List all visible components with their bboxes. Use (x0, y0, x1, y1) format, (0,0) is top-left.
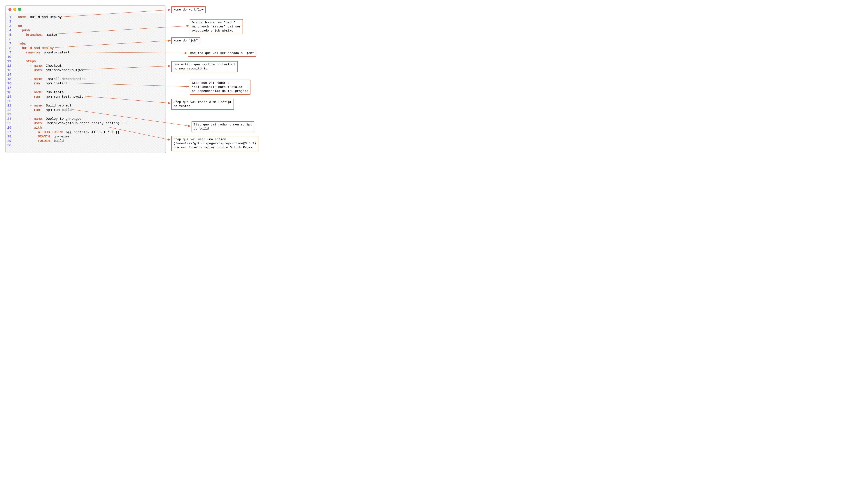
yaml-value: actions/checkout@v2 (44, 68, 84, 72)
line-number: 17 (6, 86, 14, 90)
indent (14, 59, 26, 64)
yaml-key: BRANCH: (38, 134, 52, 139)
code-line: 8 build-and-deploy (6, 46, 165, 50)
line-number: 4 (6, 28, 14, 33)
yaml-key: run: (34, 108, 42, 112)
annotation-workflow-name: Nome do workflow (171, 6, 206, 13)
yaml-key: - name: (30, 103, 44, 108)
code-window: 1 name: Build and Deploy23 on4 push5 bra… (5, 5, 166, 153)
indent (14, 139, 38, 143)
code-line: 28 BRANCH: gh-pages (6, 134, 165, 139)
code-line: 20 (6, 99, 165, 103)
code-line: 15 - name: Install dependencies (6, 77, 165, 81)
line-number: 14 (6, 72, 14, 77)
indent (14, 134, 38, 139)
yaml-key: jobs (18, 41, 26, 46)
indent (14, 108, 34, 112)
line-number: 16 (6, 81, 14, 86)
indent (14, 94, 34, 99)
yaml-key: uses: (34, 68, 44, 72)
yaml-key: with (34, 125, 42, 130)
indent (14, 15, 18, 19)
indent (14, 46, 22, 50)
code-line: 26 with (6, 125, 165, 130)
line-number: 7 (6, 41, 14, 46)
indent (14, 117, 30, 121)
close-icon[interactable] (8, 8, 11, 11)
yaml-key: name: (18, 15, 28, 19)
code-line: 14 (6, 72, 165, 77)
yaml-value: Install dependencies (44, 77, 86, 81)
annotation-checkout: Uma action que realiza o checkout no meu… (171, 61, 238, 72)
line-number: 1 (6, 15, 14, 19)
code-line: 3 on (6, 24, 165, 28)
line-number: 29 (6, 139, 14, 143)
line-number: 8 (6, 46, 14, 50)
line-number: 3 (6, 24, 14, 28)
code-body: 1 name: Build and Deploy23 on4 push5 bra… (6, 13, 165, 149)
line-number: 20 (6, 99, 14, 103)
code-line: 9 runs-on: ubuntu-latest (6, 50, 165, 55)
yaml-value: JamesIves/github-pages-deploy-action@3.5… (44, 121, 129, 125)
yaml-key: - name: (30, 77, 44, 81)
code-line: 24 - name: Deploy to gh-pages (6, 117, 165, 121)
indent (14, 81, 34, 86)
annotation-npm-install: Step que vai rodar o "npm install" para … (190, 80, 250, 95)
line-number: 12 (6, 64, 14, 68)
annotation-deploy: Step que vai usar uma action (JamesIves/… (171, 136, 258, 151)
yaml-value: Build project (44, 103, 72, 108)
yaml-key: FOLDER: (38, 139, 52, 143)
code-line: 19 run: npm run test:nowatch (6, 94, 165, 99)
yaml-key: build-and-deploy (22, 46, 54, 50)
code-line: 25 uses: JamesIves/github-pages-deploy-a… (6, 121, 165, 125)
indent (14, 121, 34, 125)
code-line: 30 (6, 143, 165, 148)
line-number: 28 (6, 134, 14, 139)
annotation-tests: Step que vai rodar o meu script de teste… (171, 99, 234, 110)
yaml-value: npm install (42, 81, 68, 86)
maximize-icon[interactable] (18, 8, 21, 11)
yaml-value: Checkout (44, 64, 62, 68)
line-number: 13 (6, 68, 14, 72)
code-line: 5 branches: master (6, 33, 165, 37)
yaml-key: - name: (30, 117, 44, 121)
annotation-job-name: Nome do "job" (171, 37, 200, 44)
line-number: 6 (6, 37, 14, 41)
code-line: 10 (6, 55, 165, 59)
annotation-runs-on: Máquina que vai ser rodado o "job" (188, 50, 256, 57)
line-number: 26 (6, 125, 14, 130)
indent (14, 68, 34, 72)
line-number: 10 (6, 55, 14, 59)
yaml-key: branches: (26, 33, 44, 37)
yaml-value: Run tests (44, 90, 64, 94)
yaml-key: push (22, 28, 30, 33)
yaml-value: npm run test:nowatch (42, 94, 86, 99)
line-number: 11 (6, 59, 14, 64)
indent (14, 24, 18, 28)
yaml-key: run: (34, 81, 42, 86)
line-number: 18 (6, 90, 14, 94)
window-titlebar (6, 6, 165, 13)
line-number: 25 (6, 121, 14, 125)
line-number: 27 (6, 130, 14, 134)
code-line: 13 uses: actions/checkout@v2 (6, 68, 165, 72)
code-line: 23 (6, 112, 165, 117)
code-line: 18 - name: Run tests (6, 90, 165, 94)
indent (14, 41, 18, 46)
diagram-container: 1 name: Build and Deploy23 on4 push5 bra… (4, 4, 274, 157)
yaml-value: Deploy to gh-pages (44, 117, 82, 121)
annotation-on-push: Quando houver um "psuh" na branch "maste… (190, 19, 243, 34)
minimize-icon[interactable] (13, 8, 16, 11)
yaml-value: ubuntu-latest (42, 50, 70, 55)
line-number: 30 (6, 143, 14, 148)
line-number: 24 (6, 117, 14, 121)
yaml-value: Build and Deploy (28, 15, 62, 19)
yaml-key: GITHUB_TOKEN: (38, 130, 64, 134)
code-line: 12 - name: Checkout (6, 64, 165, 68)
yaml-key: run: (34, 94, 42, 99)
yaml-key: - name: (30, 64, 44, 68)
code-line: 7 jobs (6, 41, 165, 46)
code-line: 4 push (6, 28, 165, 33)
indent (14, 33, 26, 37)
code-line: 21 - name: Build project (6, 103, 165, 108)
